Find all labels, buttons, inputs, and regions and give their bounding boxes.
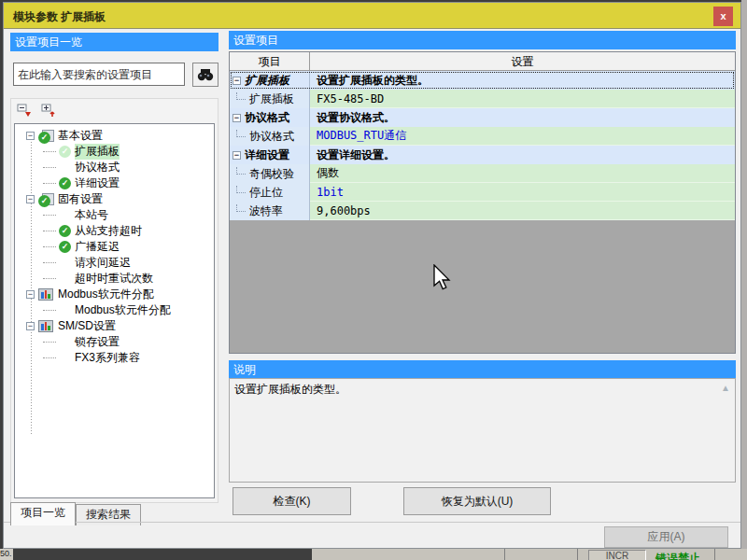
tree-item[interactable]: 超时时重试次数: [15, 271, 214, 287]
tree-item-label: SM/SD设置: [58, 318, 116, 334]
check-button[interactable]: 检查(K): [233, 487, 351, 515]
description-text: 设置扩展插板的类型。: [234, 383, 346, 396]
tree-connector: [43, 351, 56, 358]
tree-item-label: Modbus软元件分配: [58, 287, 154, 302]
item-cell: −详细设置: [230, 146, 310, 164]
table-row[interactable]: 协议格式MODBUS_RTU通信: [230, 127, 735, 146]
item-cell: 停止位: [230, 183, 310, 202]
row-connector: [236, 92, 246, 100]
expand-toggle-icon[interactable]: −: [26, 132, 35, 140]
expand-all-icon: [41, 104, 57, 119]
expand-toggle-icon[interactable]: −: [26, 290, 35, 299]
check-icon: ✓: [38, 195, 50, 207]
tree-item[interactable]: 锁存设置: [15, 334, 214, 350]
tree-toolbar: [15, 103, 58, 121]
setting-cell[interactable]: 偶数: [310, 164, 735, 183]
item-label: 扩展插板: [249, 91, 294, 107]
table-row[interactable]: −扩展插板设置扩展插板的类型。: [230, 71, 735, 90]
item-cell: 扩展插板: [230, 90, 310, 108]
check-icon: ✓: [38, 132, 50, 144]
table-row[interactable]: −协议格式设置协议格式。: [230, 108, 735, 127]
close-button[interactable]: x: [713, 7, 733, 26]
tree-item-label: 固有设置: [58, 191, 103, 207]
device-icon: [38, 288, 53, 301]
dialog-titlebar[interactable]: 模块参数 扩展插板 x: [4, 3, 740, 29]
scroll-up-icon[interactable]: ▲: [721, 383, 730, 393]
tree-item[interactable]: ✓从站支持超时: [15, 223, 214, 239]
right-panel-header: 设置项目: [229, 31, 736, 49]
item-label: 停止位: [249, 185, 283, 201]
item-label: 详细设置: [245, 147, 289, 163]
collapse-all-button[interactable]: [15, 103, 34, 119]
table-row[interactable]: 扩展插板FX5-485-BD: [230, 90, 735, 108]
status-green-text: 错误禁止: [655, 551, 700, 560]
search-row: [10, 63, 218, 87]
tree-item-label: 锁存设置: [75, 334, 120, 350]
expand-toggle-icon[interactable]: −: [26, 195, 35, 203]
tree-item[interactable]: −✓基本设置: [15, 128, 214, 144]
expand-toggle-icon[interactable]: −: [26, 322, 35, 330]
folder-icon: ✓: [38, 130, 54, 143]
item-label: 协议格式: [245, 110, 289, 126]
tree-connector: [43, 161, 56, 168]
item-cell: 波特率: [230, 202, 310, 220]
setting-cell[interactable]: 9,600bps: [310, 202, 735, 220]
setting-cell[interactable]: MODBUS_RTU通信: [310, 127, 735, 146]
tab-item-list[interactable]: 项目一览: [10, 502, 76, 525]
table-row[interactable]: −详细设置设置详细设置。: [230, 146, 735, 164]
search-input[interactable]: [13, 63, 185, 86]
tree-item-label: FX3系列兼容: [75, 350, 140, 366]
setting-cell[interactable]: 设置扩展插板的类型。: [310, 71, 735, 90]
background-window-edge: [741, 0, 747, 549]
restore-default-button[interactable]: 恢复为默认(U): [403, 487, 551, 515]
search-button[interactable]: [192, 63, 218, 87]
item-label: 协议格式: [249, 129, 294, 145]
tree-connector: [43, 224, 56, 231]
tree-item-label: 扩展插板: [75, 144, 120, 160]
expand-all-button[interactable]: [39, 103, 58, 119]
tree-connector: [43, 176, 56, 184]
collapse-toggle-icon[interactable]: −: [233, 151, 241, 160]
settings-tree-frame: −✓基本设置✓扩展插板协议格式✓详细设置−✓固有设置本站号✓从站支持超时✓广播延…: [10, 98, 218, 503]
table-row[interactable]: 波特率9,600bps: [230, 202, 735, 220]
row-connector: [236, 186, 246, 193]
table-row[interactable]: 奇偶校验偶数: [230, 164, 735, 183]
setting-cell[interactable]: 设置协议格式。: [310, 108, 735, 127]
tree-item[interactable]: 协议格式: [15, 160, 214, 175]
tree-item[interactable]: ✓广播延迟: [15, 239, 214, 255]
dialog-title: 模块参数 扩展插板: [13, 9, 106, 25]
setting-cell[interactable]: FX5-485-BD: [310, 90, 735, 108]
setting-cell[interactable]: 设置详细设置。: [310, 146, 735, 164]
tree-item[interactable]: ✓详细设置: [15, 175, 214, 191]
table-row[interactable]: 停止位1bit: [230, 183, 735, 202]
settings-tree: −✓基本设置✓扩展插板协议格式✓详细设置−✓固有设置本站号✓从站支持超时✓广播延…: [14, 123, 215, 498]
tree-item[interactable]: FX3系列兼容: [15, 350, 214, 366]
tree-item[interactable]: 本站号: [15, 207, 214, 223]
check-icon: ✓: [59, 225, 71, 237]
insert-mode-indicator: INCR: [588, 550, 646, 560]
status-fragment: 50.: [0, 549, 13, 560]
setting-cell[interactable]: 1bit: [310, 183, 735, 202]
check-icon: ✓: [59, 146, 71, 158]
collapse-all-icon: [17, 104, 33, 119]
tree-item[interactable]: 请求间延迟: [15, 255, 214, 271]
tree-item[interactable]: −Modbus软元件分配: [15, 287, 214, 302]
settings-table: 项目 设置 −扩展插板设置扩展插板的类型。扩展插板FX5-485-BD−协议格式…: [229, 51, 736, 354]
collapse-toggle-icon[interactable]: −: [233, 77, 241, 85]
item-cell: 协议格式: [230, 127, 310, 146]
tree-item[interactable]: ✓扩展插板: [15, 144, 214, 160]
collapse-toggle-icon[interactable]: −: [233, 114, 241, 122]
tree-item-label: 从站支持超时: [75, 223, 142, 239]
tree-item-label: 超时时重试次数: [75, 271, 153, 287]
tree-item[interactable]: −✓固有设置: [15, 191, 214, 207]
column-header-setting: 设置: [310, 52, 735, 70]
statusbar-separator: [504, 549, 505, 560]
table-header-row: 项目 设置: [230, 52, 735, 71]
tree-connector: [43, 208, 56, 216]
tree-item-label: 详细设置: [75, 175, 120, 191]
description-box: 设置扩展插板的类型。 ▲: [229, 378, 736, 483]
tree-item[interactable]: −SM/SD设置: [15, 318, 214, 334]
row-connector: [236, 204, 246, 212]
apply-button[interactable]: 应用(A): [604, 526, 728, 548]
tree-item[interactable]: Modbus软元件分配: [15, 302, 214, 318]
